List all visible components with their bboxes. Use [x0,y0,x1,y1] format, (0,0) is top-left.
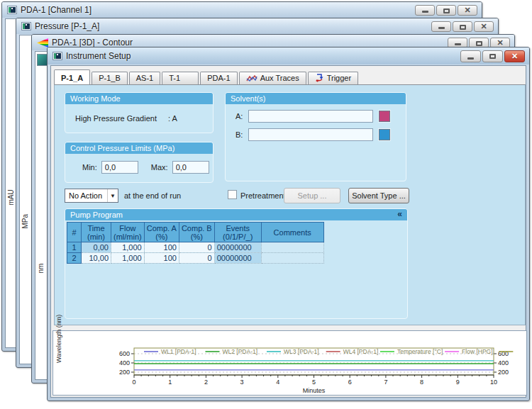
tab-label: P-1_B [99,74,121,82]
tab-aux-traces[interactable]: Aux Traces [239,72,306,84]
svg-text:Temperature [°C]: Temperature [°C] [397,348,443,355]
close-button[interactable]: ✕ [504,50,525,62]
tab-p1-a[interactable]: P-1_A [54,69,90,84]
tab-panel-p1-a: Working Mode High Pressure Gradient : A … [54,84,526,325]
solvent-a-input[interactable] [248,110,373,123]
tab-pda1[interactable]: PDA-1 [200,72,237,84]
dropdown-value: No Action [69,191,102,200]
maximize-icon [489,54,496,59]
svg-text:WL2 [PDA-1]: WL2 [PDA-1] [222,348,257,355]
working-mode-label: High Pressure Gradient [75,114,157,123]
pressure-limits-group: Control Pressure Limits (MPa) Min: Max: [65,142,214,183]
tab-p1-b[interactable]: P-1_B [92,72,128,84]
pump-program-table[interactable]: # Time(min) Flow(ml/min) Comp. A(%) Comp… [67,222,324,264]
titlebar-pda1-channel1[interactable]: PDA-1 [Channel 1] ✕ [2,2,482,18]
cell-flow[interactable]: 1,000 [111,242,145,253]
svg-text:400: 400 [119,359,130,366]
minimize-icon [438,27,445,29]
max-label: Max: [151,163,168,172]
svg-text:3: 3 [240,379,244,386]
tab-label: AS-1 [136,74,153,82]
svg-text:5: 5 [312,379,316,386]
maximize-button[interactable] [436,5,456,16]
svg-text:4: 4 [276,379,279,386]
minimize-button[interactable] [431,21,451,32]
setup-tabstrip: P-1_A P-1_B AS-1 T-1 PDA-1 Aux Traces [54,69,523,84]
cell-comp-a[interactable]: 100 [144,242,179,253]
svg-text:600: 600 [119,350,130,357]
close-button[interactable]: ✕ [458,5,477,16]
y-axis-label: nm [37,264,45,274]
solvents-header: Solvent(s) [226,93,406,104]
desktop: PDA-1 [Channel 1] ✕ mAU Pressure [P-1_A]… [0,0,532,409]
pretreatment-setup-button[interactable]: Setup ... [284,188,340,203]
instrument-setup-client: P-1_A P-1_B AS-1 T-1 PDA-1 Aux Traces [50,65,526,398]
cell-time[interactable]: 10,00 [82,253,111,264]
maximize-icon [476,41,482,46]
rainbow-contour-icon [37,38,48,47]
row-number[interactable]: 2 [67,253,82,264]
window-title: PDA-1 [3D] - Contour [52,38,133,47]
left-y-axis-label: Wavelength (nm) [55,354,62,363]
tab-trigger[interactable]: Trigger [308,72,358,84]
window-instrument-setup[interactable]: Instrument Setup ✕ P-1_A P-1_B AS-1 T-1 … [47,47,530,401]
cell-comp-b[interactable]: 0 [179,253,214,264]
solvents-group: Solvent(s) A: B: [225,92,406,181]
close-icon: ✕ [475,22,493,31]
solvent-a-color-swatch[interactable] [379,111,390,122]
svg-text:Minutes: Minutes [303,387,326,394]
solvent-type-button[interactable]: Solvent Type ... [348,188,409,203]
close-icon: ✕ [458,6,477,15]
pump-program-group: Pump Program « # Time(min) Flow(ml/min) … [65,208,408,319]
chevron-down-icon: ▼ [107,189,118,202]
table-row[interactable]: 2 10,00 1,000 100 0 00000000 [67,253,324,264]
svg-text:8: 8 [420,379,423,386]
tab-t1[interactable]: T-1 [162,72,199,84]
wavelength-chart: 200200400400600600WL1 [PDA-1]WL2 [PDA-1]… [53,331,526,395]
col-header-flow: Flow(ml/min) [111,223,145,242]
window-title: PDA-1 [Channel 1] [21,5,92,15]
minimize-button[interactable] [460,50,481,62]
row-number[interactable]: 1 [67,242,82,253]
cell-events[interactable]: 00000000 [214,242,261,253]
cell-comments[interactable] [261,242,323,253]
max-pressure-input[interactable] [172,161,209,174]
col-header-comp-b: Comp. B(%) [179,223,214,242]
end-of-run-suffix: at the end of run [124,191,181,200]
cell-flow[interactable]: 1,000 [111,253,145,264]
titlebar-pressure[interactable]: Pressure [P-1_A] ✕ [16,18,498,34]
svg-text:200: 200 [119,369,130,376]
svg-text:2: 2 [204,379,208,386]
channel-window-icon [7,6,17,14]
cell-time[interactable]: 0,00 [82,242,111,253]
end-of-run-dropdown[interactable]: No Action ▼ [65,189,118,203]
svg-text:0: 0 [132,379,135,386]
svg-text:WL4 [PDA-1]: WL4 [PDA-1] [343,348,379,355]
minimize-button[interactable] [415,5,435,16]
maximize-button[interactable] [482,50,503,62]
svg-text:10: 10 [490,379,497,386]
pressure-window-icon [21,22,31,30]
cell-comp-b[interactable]: 0 [179,242,214,253]
solvent-b-label: B: [235,130,243,139]
solvent-b-input[interactable] [248,128,373,141]
pretreatment-checkbox[interactable] [228,190,237,199]
table-row[interactable]: 1 0,00 1,000 100 0 00000000 [67,242,324,253]
aux-traces-chart-icon [246,74,257,82]
col-header-num: # [67,223,82,242]
svg-text:1: 1 [168,379,172,386]
collapse-chevrons-icon[interactable]: « [397,209,402,220]
min-pressure-input[interactable] [101,161,138,174]
cell-events[interactable]: 00000000 [214,253,261,264]
cell-comments[interactable] [261,253,323,264]
svg-text:Flow [HPG]: Flow [HPG] [462,348,492,355]
pump-program-header: Pump Program « [65,209,407,220]
tab-as1[interactable]: AS-1 [129,72,160,84]
svg-text:7: 7 [384,379,387,386]
titlebar-instrument-setup[interactable]: Instrument Setup ✕ [48,47,529,65]
cell-comp-a[interactable]: 100 [144,253,179,264]
maximize-button[interactable] [453,21,472,32]
trigger-arrows-icon [315,74,324,82]
solvent-b-color-swatch[interactable] [379,129,390,140]
close-button[interactable]: ✕ [474,21,494,32]
